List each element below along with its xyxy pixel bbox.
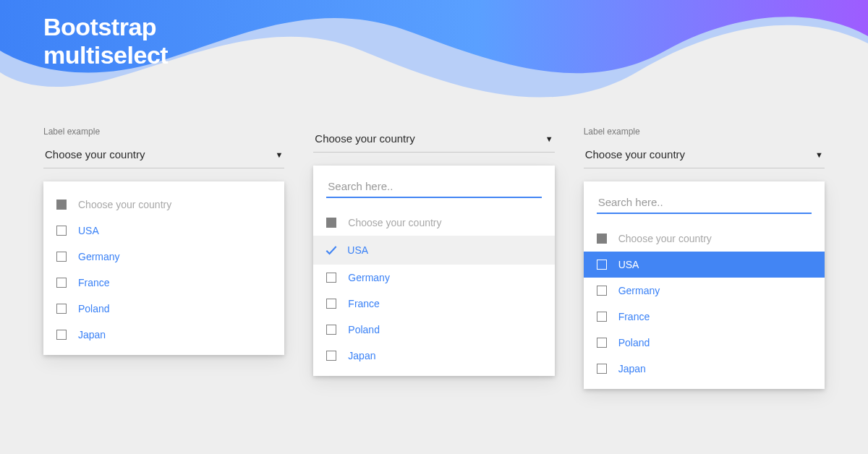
option-item[interactable]: Germany: [313, 265, 554, 291]
option-label: USA: [78, 225, 99, 236]
search-input[interactable]: [326, 176, 541, 198]
option-label: Choose your country: [78, 199, 171, 210]
option-label: Japan: [348, 350, 375, 361]
check-icon: [324, 243, 339, 257]
field-label: Label example: [584, 127, 825, 137]
option-item-highlight[interactable]: USA: [584, 252, 825, 278]
option-label: France: [618, 311, 650, 322]
select-value: Choose your country: [315, 132, 414, 145]
option-label: Japan: [78, 329, 106, 340]
select-trigger[interactable]: Choose your country ▼: [43, 142, 284, 168]
dropdown-panel: Choose your country USA Germany France P…: [584, 181, 825, 389]
multiselect-search-checked: Choose your country ▼ Choose your countr…: [313, 127, 554, 376]
option-item[interactable]: Poland: [43, 296, 284, 322]
option-label: Poland: [618, 337, 650, 348]
checkbox-icon: [597, 234, 607, 244]
option-label: Choose your country: [348, 217, 441, 228]
option-label: USA: [347, 244, 368, 256]
checkbox-icon: [56, 200, 67, 210]
search-wrap: [313, 176, 554, 210]
dropdown-panel: Choose your country USA Germany France P…: [313, 166, 554, 376]
select-value: Choose your country: [585, 148, 685, 160]
option-label: USA: [618, 259, 639, 270]
option-label: Germany: [348, 272, 390, 283]
option-item[interactable]: Germany: [584, 278, 825, 304]
checkbox-icon: [56, 226, 67, 236]
checkbox-icon: [56, 278, 67, 288]
select-value: Choose your country: [45, 148, 145, 160]
option-placeholder[interactable]: Choose your country: [43, 192, 284, 218]
option-label: Poland: [348, 324, 380, 335]
option-item[interactable]: Japan: [313, 343, 554, 369]
caret-down-icon: ▼: [275, 150, 283, 159]
option-item[interactable]: France: [584, 304, 825, 330]
option-item[interactable]: Poland: [584, 330, 825, 356]
checkbox-icon: [326, 325, 336, 335]
checkbox-icon: [326, 273, 336, 283]
option-label: Germany: [618, 285, 660, 296]
select-trigger[interactable]: Choose your country ▼: [584, 142, 825, 168]
search-wrap: [584, 192, 825, 226]
option-item[interactable]: France: [313, 291, 554, 317]
checkbox-icon: [326, 218, 336, 228]
checkbox-icon: [326, 299, 336, 309]
select-trigger[interactable]: Choose your country ▼: [313, 127, 554, 153]
option-item[interactable]: Japan: [584, 356, 825, 382]
option-item[interactable]: France: [43, 270, 284, 296]
option-label: Germany: [78, 251, 120, 262]
field-label: Label example: [43, 127, 284, 137]
option-item[interactable]: Germany: [43, 244, 284, 270]
title-line: multiselect: [43, 41, 168, 69]
caret-down-icon: ▼: [815, 150, 823, 159]
dropdown-panel: Choose your country USA Germany France P…: [43, 181, 284, 355]
search-input[interactable]: [597, 192, 812, 214]
title-line: Bootstrap: [43, 13, 168, 41]
option-item[interactable]: Japan: [43, 322, 284, 348]
checkbox-icon: [56, 330, 67, 340]
option-item-selected[interactable]: USA: [313, 236, 554, 265]
option-item[interactable]: USA: [43, 218, 284, 244]
checkbox-icon: [597, 338, 607, 348]
option-label: Poland: [78, 303, 110, 314]
checkbox-icon: [597, 260, 607, 270]
option-label: Japan: [618, 363, 646, 374]
examples-row: Label example Choose your country ▼ Choo…: [43, 127, 825, 389]
checkbox-icon: [326, 351, 336, 361]
checkbox-icon: [597, 364, 607, 374]
option-label: France: [348, 298, 380, 309]
option-placeholder[interactable]: Choose your country: [584, 226, 825, 252]
caret-down-icon: ▼: [545, 134, 553, 143]
checkbox-icon: [597, 312, 607, 322]
option-item[interactable]: Poland: [313, 317, 554, 343]
option-placeholder[interactable]: Choose your country: [313, 210, 554, 236]
option-label: Choose your country: [618, 233, 712, 244]
checkbox-icon: [56, 252, 67, 262]
checkbox-icon: [597, 286, 607, 296]
option-label: France: [78, 277, 110, 288]
multiselect-search-highlight: Label example Choose your country ▼ Choo…: [584, 127, 825, 389]
multiselect-basic: Label example Choose your country ▼ Choo…: [43, 127, 284, 355]
page-title: Bootstrap multiselect: [43, 13, 168, 69]
checkbox-icon: [56, 304, 67, 314]
